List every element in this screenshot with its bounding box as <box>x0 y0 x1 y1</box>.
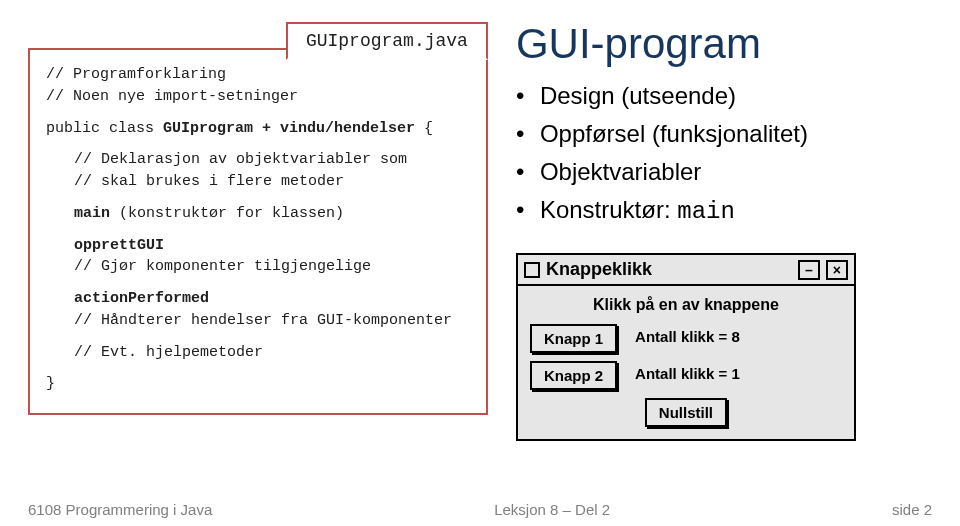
bullet-item: Design (utseende) <box>516 82 932 110</box>
bullet-item: Konstruktør: main <box>516 196 932 225</box>
mock-window: Knappeklikk – × Klikk på en av knappene … <box>516 253 856 441</box>
code-method: opprettGUI <box>74 237 164 254</box>
nullstill-button[interactable]: Nullstill <box>645 398 727 427</box>
code-method: actionPerformed <box>74 290 209 307</box>
code-line: public class <box>46 120 163 137</box>
code-comment: // skal brukes i flere metoder <box>74 171 470 193</box>
knapp-1-button[interactable]: Knapp 1 <box>530 324 617 353</box>
footer-left: 6108 Programmering i Java <box>28 501 212 518</box>
code-comment: // Noen nye import-setninger <box>46 86 470 108</box>
close-button[interactable]: × <box>826 260 848 280</box>
code-comment: // Deklarasjon av objektvariabler som <box>74 149 470 171</box>
bullet-item: Oppførsel (funksjonalitet) <box>516 120 932 148</box>
code-main-kw: main <box>74 205 110 222</box>
code-classname: GUIprogram + vindu/hendelser <box>163 120 415 137</box>
code-comment: // Evt. hjelpemetoder <box>74 342 470 364</box>
mock-titlebar: Knappeklikk – × <box>518 255 854 286</box>
mock-window-title: Knappeklikk <box>546 259 652 280</box>
code-comment: // Gjør komponenter tilgjengelige <box>74 256 470 278</box>
count-label-2: Antall klikk = 1 <box>635 361 740 390</box>
minimize-button[interactable]: – <box>798 260 820 280</box>
code-comment: // Håndterer hendelser fra GUI-komponent… <box>74 310 470 332</box>
code-brace-close: } <box>46 373 470 395</box>
code-line: { <box>415 120 433 137</box>
bullet-item: Objektvariabler <box>516 158 932 186</box>
bullet-text: Konstruktør: <box>540 196 677 223</box>
code-line: (konstruktør for klassen) <box>110 205 344 222</box>
filename-tab: GUIprogram.java <box>286 22 488 60</box>
footer-center: Leksjon 8 – Del 2 <box>494 501 610 518</box>
count-label-1: Antall klikk = 8 <box>635 324 740 353</box>
bullet-mono: main <box>677 198 735 225</box>
java-icon <box>524 262 540 278</box>
code-box: GUIprogram.java // Programforklaring // … <box>28 48 488 415</box>
code-comment: // Programforklaring <box>46 64 470 86</box>
knapp-2-button[interactable]: Knapp 2 <box>530 361 617 390</box>
bullet-list: Design (utseende) Oppførsel (funksjonali… <box>516 82 932 225</box>
footer-right: side 2 <box>892 501 932 518</box>
mock-prompt: Klikk på en av knappene <box>530 296 842 314</box>
slide-title: GUI-program <box>516 20 932 68</box>
slide-footer: 6108 Programmering i Java Leksjon 8 – De… <box>0 501 960 518</box>
